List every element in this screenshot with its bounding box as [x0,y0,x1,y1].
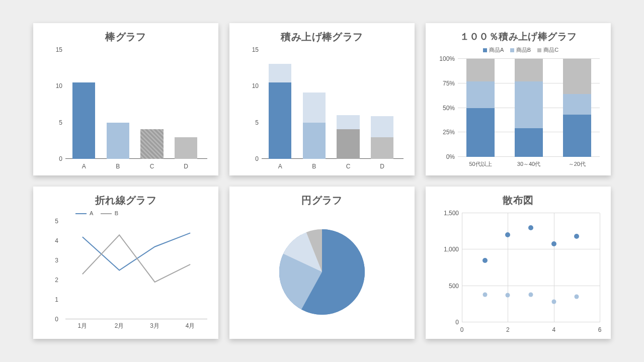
ytick: 2 [41,277,58,284]
bar-C-bottom [337,129,359,159]
scatter-point [574,234,579,239]
legend-label: 商品A [489,47,504,53]
xtick: 2月 [115,322,124,330]
legend-swatch [483,48,487,52]
axes [65,50,207,159]
ytick: 15 [237,46,259,53]
xtick: 2 [506,326,510,333]
legend-label: B [115,210,118,216]
scatter-point [506,293,510,298]
card-scatter: 散布図 [426,187,611,339]
axes [462,213,600,322]
xtick: 4月 [186,322,195,330]
bar-B-bottom [303,123,326,159]
legend: 商品A 商品B 商品C [433,46,604,54]
scatter-plot: 0 500 1,000 1,500 0 2 4 6 [433,210,604,333]
chart-title: 円グラフ [236,194,408,207]
bar-chart-plot: 15 10 5 0 A B C D [40,47,211,170]
ytick: 5 [41,119,62,126]
xtick: ～20代 [569,160,586,168]
xtick: 1月 [77,322,87,330]
card-pct-stacked: １００％積み上げ棒グラフ 商品A 商品B 商品C [426,23,611,175]
vgrid [600,213,600,322]
axes [65,221,207,319]
scatter-point [529,293,533,297]
pie-chart-plot [236,210,408,333]
xtick: 50代以上 [469,160,492,168]
xtick: 3月 [150,322,159,330]
ytick: 0% [434,153,455,160]
card-bar-chart: 棒グラフ 15 10 5 0 A B C D [33,23,218,175]
xtick: A [278,163,282,170]
xtick: 4 [552,326,555,333]
ytick: 10 [237,82,259,89]
vgrid [462,213,462,322]
gridline [462,213,600,213]
ytick: 5 [41,218,58,225]
gridline [462,249,600,249]
ytick: 0 [434,319,459,326]
legend-label: A [90,210,93,216]
bar-B [107,123,129,159]
chart-title: 折れ線グラフ [40,194,211,207]
card-line-chart: 折れ線グラフ A B 0 1 2 3 4 5 1月 [33,187,218,339]
gridline [462,286,600,286]
chart-title: 積み上げ棒グラフ [236,30,408,44]
xtick: 6 [598,326,602,333]
scatter-point [575,295,579,299]
ytick: 1 [41,296,58,303]
pct-stacked-plot: 0% 25% 50% 75% 100% 50代以上 30～40代 ～20代 [433,56,604,168]
xtick: D [380,163,384,170]
xtick: A [82,163,86,170]
bar-D [175,137,197,159]
ytick: 25% [434,129,455,136]
bar-cat3-A [563,115,591,157]
ytick: 50% [434,105,455,112]
xtick: D [184,163,188,170]
xtick: C [150,163,154,170]
xtick: 30～40代 [517,160,540,168]
gridline [462,322,600,322]
xtick: 0 [460,326,464,333]
legend-swatch [101,213,112,214]
vgrid [508,213,508,322]
chart-title: 散布図 [433,194,604,207]
bar-C [140,129,163,159]
scatter-point [528,225,533,230]
bar-cat1-A [466,108,495,157]
scatter-point [551,300,556,304]
stacked-bar-plot: 15 10 5 0 A B C D [236,47,408,170]
chart-title: 棒グラフ [40,30,211,44]
ytick: 5 [237,119,259,126]
legend-label: 商品C [543,47,558,53]
ytick: 0 [237,155,259,162]
ytick: 10 [41,82,62,89]
line-svg [65,221,207,319]
legend-swatch [75,213,87,214]
line-chart-plot: 0 1 2 3 4 5 1月 2月 3月 4月 [40,218,211,330]
legend-swatch [537,48,541,52]
card-stacked-bar: 積み上げ棒グラフ 15 10 [229,23,415,175]
xtick: C [346,163,351,170]
bar-cat2-A [515,128,543,157]
scatter-point [551,241,556,246]
legend-label: 商品B [516,47,531,53]
bar-A [72,82,95,159]
ytick: 3 [41,257,58,264]
bar-D-bottom [371,137,393,159]
legend: A B [69,210,211,216]
ytick: 0 [41,316,58,323]
chart-title: １００％積み上げ棒グラフ [433,30,604,43]
ytick: 1,000 [434,246,459,253]
axes [262,50,404,159]
xtick: B [312,163,316,170]
pie-svg [279,229,365,315]
xtick: B [116,163,120,170]
bar-A-bottom [269,82,291,159]
scatter-point [482,293,487,297]
legend-swatch [510,48,514,52]
ytick: 0 [41,155,62,162]
ytick: 1,500 [434,210,459,217]
ytick: 75% [434,80,455,87]
ytick: 500 [434,283,459,290]
